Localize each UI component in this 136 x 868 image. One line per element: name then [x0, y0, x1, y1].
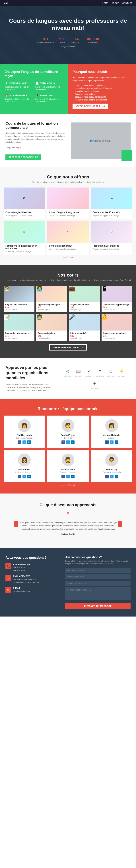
hero-stat-cours: 50+ Cours — [59, 37, 66, 43]
cours-card-8: 👶 Anglais pour les enfants $45 Principal… — [102, 314, 132, 341]
nav-link-about[interactable]: ABOUT — [112, 2, 119, 4]
team-li-monica[interactable]: in — [71, 475, 74, 478]
team-card-walter: 👨 Walter Lily Professeur de français f t… — [91, 450, 132, 482]
team-li-sasha[interactable]: in — [71, 440, 74, 444]
offrons-img-2: 📖 — [47, 188, 89, 209]
offrons-card-6: 📝 Préparation aux examens Je peux par ra… — [91, 221, 132, 255]
team-li-nat[interactable]: in — [27, 440, 31, 444]
cours-title-4: Cours d'auto-apprentissage — [103, 304, 131, 306]
cours-card-6: 👨‍🏫 Cours particuliers $45 Principal Ang… — [36, 314, 67, 341]
cours-title-3: Anglais des affaires — [70, 304, 98, 306]
team-li-walter[interactable]: in — [114, 475, 118, 478]
contact-phone-item: 📞 APPELEZ-NOUS +00 800 1999+00 800 1998 — [5, 563, 60, 572]
nav-link-home[interactable]: HOME — [102, 2, 108, 4]
testimonial-quote: " Lorem ipsum dolor sit amet consectetur… — [18, 512, 118, 536]
team-social-nat: f t in — [6, 440, 42, 444]
team-card-monica: 👩 Monica Poul Professeur d'anglais f t i… — [47, 450, 89, 482]
cours-img-2: 👩‍💻 — [36, 286, 67, 302]
offrons-card-3: 👥 Cours pour les 30 ans et + Je peux par… — [91, 188, 132, 219]
logo-icon-6: ⚡ — [118, 368, 125, 374]
formation-text: Cours de langues et formation commercial… — [5, 121, 65, 160]
cours-title-1: Anglais pour débutants — [5, 304, 33, 306]
logo-icon-2: 📖 — [75, 368, 82, 374]
pourquoi-button[interactable]: APPRENDRE ENCORE PLUS — [72, 103, 108, 108]
formations-icon: 🎓 — [35, 93, 39, 97]
team-tw-sasha[interactable]: t — [66, 440, 70, 444]
team-name-monica: Monica Poul — [50, 468, 86, 471]
team-tw-mia[interactable]: t — [23, 475, 26, 478]
team-role-monica: Professeur d'anglais — [50, 471, 86, 473]
logo-icon-3: ✔ — [86, 368, 93, 374]
team-tw-nat[interactable]: t — [23, 440, 26, 444]
offrons-card-desc-2: Je peux par rapport à leur image. — [49, 214, 87, 217]
team-tw-monica[interactable]: t — [66, 475, 70, 478]
col-enseigner: Enseigner l'anglais de la meilleure faço… — [0, 64, 68, 114]
offrons-grid: 👩‍💻 Cours d'anglais flexibles Je peux pa… — [4, 188, 132, 255]
cours-en-ligne-icon: 🖥 — [4, 81, 8, 85]
location-icon: 📍 — [5, 575, 11, 581]
team-card-jennie: 👩 Jennie Roberts Directrice f t in — [91, 415, 132, 448]
cours-card-3: 💼 Anglais des affaires $45 Principal Ang… — [69, 286, 100, 312]
team-avatar-nat: 👩 — [18, 419, 31, 432]
testimonial-nav: ‹ " Lorem ipsum dolor sit amet consectet… — [13, 508, 123, 539]
team-fb-sasha[interactable]: f — [62, 440, 65, 444]
phone-icon: 📞 — [5, 563, 11, 569]
cours-img-3: 💼 — [69, 286, 100, 302]
team-fb-walter[interactable]: f — [105, 475, 109, 478]
cours-card-4: 📱 Cours d'auto-apprentissage $45 Princip… — [102, 286, 132, 312]
hero-title: Cours de langues avec des professeurs de… — [7, 17, 129, 32]
team-fb-nat[interactable]: f — [18, 440, 22, 444]
section-approved: Approuvé par les plus grandes organisati… — [0, 358, 136, 399]
formation-button[interactable]: APPRENDRE ENCORE PLUS — [5, 154, 41, 160]
testimonial-prev-button[interactable]: ‹ — [13, 521, 18, 527]
approved-logos-row: ◎ CONTENT 📖 CONTENT ✔ CONTENT ♻ CONTENT … — [59, 368, 131, 389]
team-tw-walter[interactable]: t — [110, 475, 113, 478]
seminaires-icon: 📚 — [4, 93, 8, 97]
cours-img-1: 👨‍💼 — [4, 286, 34, 302]
team-li-mia[interactable]: in — [27, 475, 31, 478]
offrons-card-title-4: Formations linguistiques pour entreprise… — [5, 245, 43, 250]
testimonial-text: Lorem ipsum dolor sit amet consectetur a… — [18, 521, 118, 531]
contact-left: Avez-vous des questions? 📞 APPELEZ-NOUS … — [5, 556, 60, 609]
cours-title-5: Préparation aux examens — [5, 332, 33, 334]
quote-mark-icon: " — [18, 512, 118, 519]
approved-desc: Vous avez vous aussi du mal à représenta… — [5, 383, 53, 392]
offrons-card-desc-4: Et pour par rapport à leur image. — [5, 250, 43, 253]
form-phone-input[interactable] — [65, 581, 131, 586]
offrons-subtitle: Ut enim ad minim veniam, quis nostrud ex… — [4, 181, 132, 183]
team-fb-jennie[interactable]: f — [105, 440, 109, 444]
nos-cours-btn-center: APPRENDRE ENCORE PLUS — [4, 344, 132, 350]
team-tw-jennie[interactable]: t — [110, 440, 113, 444]
section-offrons: Ce que nous offrons Ut enim ad minim ven… — [0, 167, 136, 265]
form-name-group — [65, 568, 131, 573]
team-role-nat: Professeur d'anglais — [6, 437, 42, 439]
feature-seminaires: 📚 NOS SÉMINAIRES Sample text. Click to s… — [4, 93, 33, 103]
team-name-sasha: Sasha Payne — [50, 434, 86, 436]
offrons-card-title-3: Cours pour les 30 ans et + — [93, 211, 131, 214]
team-role-sasha: Directrice — [50, 437, 86, 439]
feature-grid: 🖥 COURS EN LIGNE Sample text. Click to s… — [4, 81, 64, 103]
team-li-jennie[interactable]: in — [114, 440, 118, 444]
team-fb-monica[interactable]: f — [62, 475, 65, 478]
contact-submit-button[interactable]: ENVOYER UN MESSAGE — [65, 603, 131, 609]
form-name-input[interactable] — [65, 568, 131, 573]
team-name-nat: Nat Reynolds — [6, 434, 42, 436]
testimonials-title: Ce que disent nos apprenants — [5, 503, 131, 507]
cours-price-6: $45 — [38, 335, 66, 337]
navigation: logo HOME ABOUT CONTACT — [0, 0, 136, 6]
logo-icon-5: ⬡ — [107, 368, 114, 374]
form-message-input[interactable] — [65, 587, 131, 600]
offrons-image-label: Image de Freepik — [4, 256, 132, 258]
cours-title-8: Anglais pour les enfants — [103, 332, 131, 334]
form-email-input[interactable] — [65, 574, 131, 579]
team-avatar-sasha: 👩 — [62, 419, 74, 432]
team-fb-mia[interactable]: f — [18, 475, 22, 478]
nav-link-contact[interactable]: CONTACT — [122, 2, 132, 4]
nos-cours-button[interactable]: APPRENDRE ENCORE PLUS — [49, 344, 87, 350]
offrons-card-title-6: Préparation aux examens — [93, 245, 131, 247]
team-grid: 👩 Nat Reynolds Professeur d'anglais f t … — [4, 415, 132, 482]
formation-desc: Nfid condimentum duis ugue quis diam vit… — [5, 131, 65, 144]
testimonial-next-button[interactable]: › — [118, 521, 123, 527]
hero-stat-enseignants: 74 Enseignants — [71, 37, 81, 43]
contact-left-title: Avez-vous des questions? — [5, 556, 60, 560]
